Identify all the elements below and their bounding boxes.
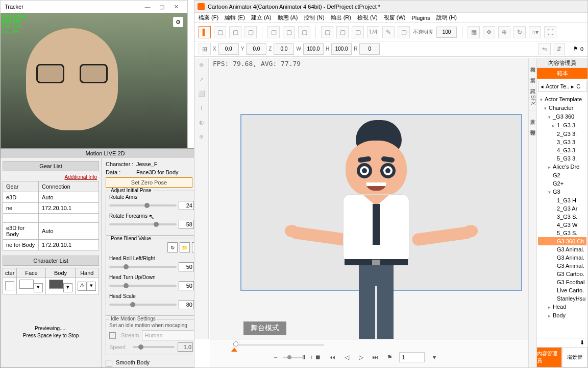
loop-icon[interactable]: ⚑	[385, 353, 394, 362]
tab-content-manager[interactable]: 內容管理員	[536, 347, 562, 367]
head-scale-slider[interactable]	[109, 304, 177, 306]
menu-plugins[interactable]: Plugins	[411, 15, 430, 21]
stream-checkbox[interactable]	[109, 332, 116, 339]
last-frame-icon[interactable]: ⏭	[371, 353, 380, 362]
breadcrumb[interactable]: ◂Actor Te..▸C	[538, 81, 586, 92]
tool-active-icon[interactable]: ▌	[199, 26, 211, 38]
head-turn-slider[interactable]	[109, 285, 177, 287]
tree-item[interactable]: ▾_G3 360	[538, 112, 586, 121]
hand-dd[interactable]: ▾	[87, 282, 96, 291]
tool-icon[interactable]: ▢	[229, 26, 241, 38]
conn-cell[interactable]: 172.20.10.1	[39, 203, 99, 214]
body-btn[interactable]: ▾	[63, 283, 72, 292]
conn-cell[interactable]: Auto	[39, 192, 99, 203]
menu-animation[interactable]: 動態 (A)	[278, 14, 298, 21]
opacity-input[interactable]	[436, 27, 457, 38]
tool-icon[interactable]: ▢	[321, 26, 333, 38]
speed-input[interactable]	[178, 342, 193, 352]
tool-icon[interactable]: ▢	[214, 26, 226, 38]
tree-item[interactable]: G3 360 Ch	[538, 237, 586, 245]
set-zero-pose-button[interactable]: Set Zero Pose	[106, 177, 192, 188]
tree-item[interactable]: ▸Body	[538, 311, 586, 320]
tree-item[interactable]: 5_G3 S.	[538, 229, 586, 237]
tree-item[interactable]: G3 Animal.	[538, 262, 586, 270]
vtab[interactable]: 彈性動作	[529, 121, 536, 132]
menu-window[interactable]: 視窗 (W)	[384, 14, 406, 21]
tree-item[interactable]: 4_G3 3.	[538, 146, 586, 154]
tree-item[interactable]: G3 Footbal	[538, 278, 586, 286]
camera-icon[interactable]: ▦	[468, 26, 480, 38]
menu-view[interactable]: 檢視 (V)	[357, 14, 378, 21]
tool-icon[interactable]: ▢	[336, 26, 349, 38]
gear-cell[interactable]: e3D	[3, 192, 39, 203]
gear-cell[interactable]: e3D for Body	[3, 223, 39, 240]
rotate-arms-input[interactable]	[179, 201, 194, 210]
tree-item[interactable]: ▾G3	[538, 188, 586, 196]
tool-icon[interactable]: T	[197, 103, 207, 113]
conn-cell[interactable]: 172.20.10.1	[39, 240, 99, 250]
w-input[interactable]	[303, 43, 324, 55]
rotate-forearms-input[interactable]	[179, 220, 194, 229]
stage[interactable]: FPS: 79.68, AVG: 77.79	[210, 58, 528, 339]
tree-item[interactable]: ▸Alice's Dre	[538, 163, 586, 171]
download-icon[interactable]: ⬇	[580, 339, 584, 346]
head-turn-input[interactable]	[179, 281, 194, 290]
head-roll-slider[interactable]	[109, 266, 177, 268]
vtab[interactable]: 場景	[529, 68, 536, 79]
vtab[interactable]: 相機	[529, 58, 536, 68]
tool-icon[interactable]: ⬜	[197, 88, 207, 99]
head-scale-input[interactable]	[179, 300, 194, 309]
zoom-in-icon[interactable]: +	[307, 353, 316, 362]
tool-icon[interactable]: ▢	[352, 26, 364, 38]
cp-tab-template[interactable]: 範本	[537, 68, 587, 79]
tool-icon[interactable]: ↗	[197, 74, 207, 84]
menu-render[interactable]: 輸出 (R)	[331, 14, 351, 21]
tab-scene-manager[interactable]: 場景管	[562, 347, 587, 367]
flip-h-icon[interactable]: ⇋	[538, 43, 551, 55]
tree-item[interactable]: G2	[538, 171, 586, 179]
idle-combo[interactable]: Human▾	[142, 330, 202, 340]
tool-icon[interactable]: ▢	[244, 26, 257, 38]
gear-cell[interactable]: ne	[3, 203, 39, 214]
tree-item[interactable]: G3 Animal.	[538, 254, 586, 262]
menu-create[interactable]: 建立 (A)	[251, 14, 272, 21]
menu-edit[interactable]: 編輯 (E)	[225, 14, 245, 21]
head-roll-input[interactable]	[179, 262, 194, 271]
tree-item[interactable]: StanleyHsu	[538, 294, 586, 303]
canvas[interactable]	[240, 114, 522, 291]
tool-icon[interactable]: ▢	[298, 26, 310, 38]
gear-cell[interactable]: ne for Body	[3, 240, 39, 250]
face-btn[interactable]: ▾	[34, 283, 43, 292]
r-input[interactable]	[359, 43, 380, 55]
tree-item[interactable]: 2_G3 Ar	[538, 204, 586, 213]
tool-icon[interactable]: ◐	[197, 117, 207, 127]
gear-icon[interactable]: ⚙	[173, 17, 183, 27]
home-icon[interactable]: ⌂▾	[529, 26, 541, 38]
tool-icon[interactable]: 1/4	[367, 26, 379, 38]
vtab[interactable]: 資訊	[529, 79, 536, 90]
menu-control[interactable]: 控制 (N)	[304, 14, 324, 21]
tree-item[interactable]: 2_G3 3.	[538, 130, 586, 138]
prev-frame-icon[interactable]: ◁	[342, 353, 351, 362]
tool-icon[interactable]: ⊕	[197, 131, 207, 142]
rotate-arms-slider[interactable]	[109, 204, 177, 206]
frame-input[interactable]	[399, 352, 425, 362]
refresh-icon[interactable]: ↻	[167, 242, 178, 252]
actor-cell[interactable]	[5, 281, 14, 290]
maximize-icon[interactable]: ▢	[155, 2, 169, 12]
speed-slider[interactable]	[133, 346, 175, 348]
h-input[interactable]	[331, 43, 352, 55]
expand-icon[interactable]: ⛶	[544, 26, 556, 38]
tool-icon[interactable]: ▢	[267, 26, 280, 38]
tree-item[interactable]: ▾Actor Template	[538, 95, 586, 104]
move-icon[interactable]: ✥	[483, 26, 495, 38]
tree-item[interactable]: Live Carto.	[538, 286, 586, 294]
tree-item[interactable]: G2+	[538, 179, 586, 188]
tool-icon[interactable]: ✥	[197, 60, 207, 70]
tool-icon[interactable]: ▢	[398, 26, 410, 38]
zoom-out-icon[interactable]: −	[271, 353, 280, 362]
rotate-forearms-slider[interactable]	[109, 223, 177, 225]
tree-item[interactable]: G3 Animal.	[538, 245, 586, 254]
ml2d-titlebar[interactable]: Motion LIVE 2D ✕	[1, 149, 210, 158]
gear-cell[interactable]	[3, 214, 39, 223]
